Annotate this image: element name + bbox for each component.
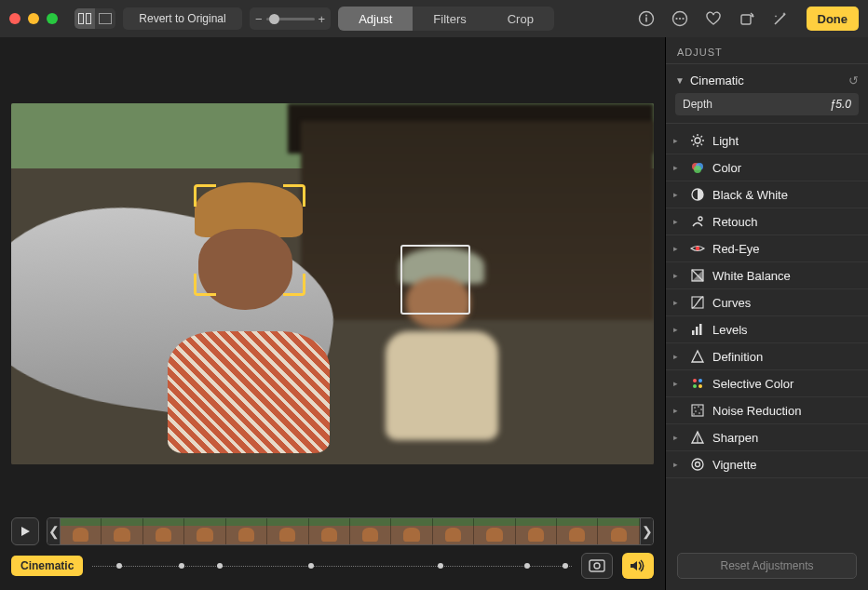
timeline-frame[interactable] — [598, 518, 639, 544]
rotate-icon[interactable] — [734, 7, 760, 31]
reset-cinematic-icon[interactable]: ↺ — [848, 74, 859, 87]
focus-track[interactable] — [92, 556, 572, 576]
svg-rect-31 — [696, 327, 698, 335]
svg-rect-30 — [692, 330, 695, 335]
zoom-out-icon[interactable]: − — [255, 12, 263, 26]
adjustment-color[interactable]: ▸Color — [666, 154, 868, 181]
video-preview[interactable] — [11, 103, 654, 464]
view-mode-segment[interactable] — [75, 8, 115, 29]
zoom-in-icon[interactable]: + — [319, 12, 326, 26]
auto-enhance-icon[interactable] — [767, 7, 793, 31]
timeline-frame[interactable] — [102, 518, 142, 544]
timeline-frame[interactable] — [267, 518, 308, 544]
cinematic-badge[interactable]: Cinematic — [11, 556, 83, 576]
zoom-slider[interactable]: − + — [250, 7, 331, 30]
mode-crop[interactable]: Crop — [487, 7, 554, 31]
revert-to-original-button[interactable]: Revert to Original — [123, 7, 242, 30]
adjustment-white-balance[interactable]: ▸White Balance — [666, 262, 868, 289]
svg-rect-2 — [100, 14, 112, 24]
curves-icon — [690, 295, 705, 310]
adjustment-curves[interactable]: ▸Curves — [666, 289, 868, 316]
minimize-window-button[interactable] — [28, 13, 39, 24]
timeline-frame[interactable] — [143, 518, 184, 544]
zoom-knob[interactable] — [269, 14, 279, 24]
svg-point-33 — [693, 379, 697, 382]
svg-rect-1 — [87, 14, 91, 24]
adjustment-noise-reduction[interactable]: ▸Noise Reduction — [666, 397, 868, 424]
adjustment-light[interactable]: ▸Light — [666, 127, 868, 154]
audio-toggle-button[interactable] — [622, 553, 654, 579]
frame-capture-button[interactable] — [581, 553, 613, 579]
mode-adjust[interactable]: Adjust — [338, 7, 413, 31]
svg-point-27 — [696, 247, 700, 251]
chevron-right-icon: ▸ — [673, 460, 683, 469]
svg-point-12 — [594, 563, 600, 569]
mode-filters[interactable]: Filters — [413, 7, 486, 31]
timeline-frame[interactable] — [184, 518, 225, 544]
timeline-frame[interactable] — [516, 518, 557, 544]
timeline-frame[interactable] — [61, 518, 102, 544]
zoom-track[interactable] — [266, 18, 315, 20]
chevron-right-icon: ▸ — [673, 298, 683, 307]
svg-point-43 — [693, 413, 695, 415]
fullscreen-window-button[interactable] — [47, 13, 58, 24]
adjustment-redeye[interactable]: ▸Red-Eye — [666, 235, 868, 262]
focus-box-secondary[interactable] — [400, 245, 470, 315]
focus-box-primary[interactable] — [195, 185, 305, 295]
adjustment-label: Sharpen — [712, 431, 758, 445]
reset-adjustments-button[interactable]: Reset Adjustments — [677, 553, 857, 579]
info-icon[interactable] — [633, 7, 659, 31]
edit-mode-segment[interactable]: Adjust Filters Crop — [338, 7, 554, 31]
close-window-button[interactable] — [9, 13, 20, 24]
svg-point-8 — [678, 18, 680, 20]
vignette-icon — [690, 457, 705, 472]
cinematic-section-header[interactable]: ▼ Cinematic ↺ — [675, 72, 859, 93]
svg-point-40 — [700, 409, 702, 410]
chevron-right-icon: ▸ — [673, 325, 683, 334]
noise-reduction-icon — [690, 403, 705, 418]
adjustment-label: Color — [712, 161, 741, 175]
svg-point-38 — [694, 407, 696, 409]
svg-point-7 — [675, 18, 677, 20]
play-button[interactable] — [11, 517, 39, 545]
trim-handle-right[interactable]: ❯ — [640, 518, 653, 544]
favorite-icon[interactable] — [700, 7, 726, 31]
timeline-frame[interactable] — [557, 518, 598, 544]
adjustment-selective-color[interactable]: ▸Selective Color — [666, 370, 868, 397]
timeline-frame[interactable] — [433, 518, 474, 544]
adjustment-label: Red-Eye — [712, 242, 760, 256]
timeline-frame[interactable] — [226, 518, 267, 544]
adjustment-levels[interactable]: ▸Levels — [666, 316, 868, 343]
svg-point-44 — [692, 459, 703, 470]
depth-value: ƒ5.0 — [830, 98, 851, 111]
adjustment-vignette[interactable]: ▸Vignette — [666, 451, 868, 478]
adjustment-sharpen[interactable]: ▸Sharpen — [666, 424, 868, 451]
chevron-right-icon: ▸ — [673, 379, 683, 388]
trim-handle-left[interactable]: ❮ — [47, 518, 61, 544]
adjustment-label: Selective Color — [712, 377, 793, 391]
redeye-icon — [690, 241, 705, 256]
adjustment-retouch[interactable]: ▸Retouch — [666, 208, 868, 235]
more-icon[interactable] — [667, 7, 693, 31]
chevron-right-icon: ▸ — [673, 433, 683, 442]
done-button[interactable]: Done — [807, 7, 860, 31]
adjustment-definition[interactable]: ▸Definition — [666, 343, 868, 370]
svg-point-39 — [698, 406, 699, 408]
depth-row[interactable]: Depth ƒ5.0 — [675, 93, 859, 115]
timeline-frames[interactable] — [61, 518, 640, 544]
adjustment-bw[interactable]: ▸Black & White — [666, 181, 868, 208]
timeline-frame[interactable] — [309, 518, 350, 544]
timeline-frame[interactable] — [350, 518, 391, 544]
adjustment-label: Black & White — [712, 188, 788, 202]
single-view-icon[interactable] — [95, 8, 115, 29]
timeline-filmstrip[interactable]: ❮ ❯ — [47, 517, 654, 545]
adjustment-label: Retouch — [712, 215, 757, 229]
timeline-frame[interactable] — [391, 518, 432, 544]
definition-icon — [690, 349, 705, 364]
split-view-icon[interactable] — [75, 8, 95, 29]
adjustment-label: White Balance — [712, 269, 791, 283]
timeline-frame[interactable] — [474, 518, 515, 544]
adjustment-label: Vignette — [712, 458, 756, 472]
svg-rect-0 — [79, 14, 84, 24]
svg-point-36 — [698, 384, 702, 388]
